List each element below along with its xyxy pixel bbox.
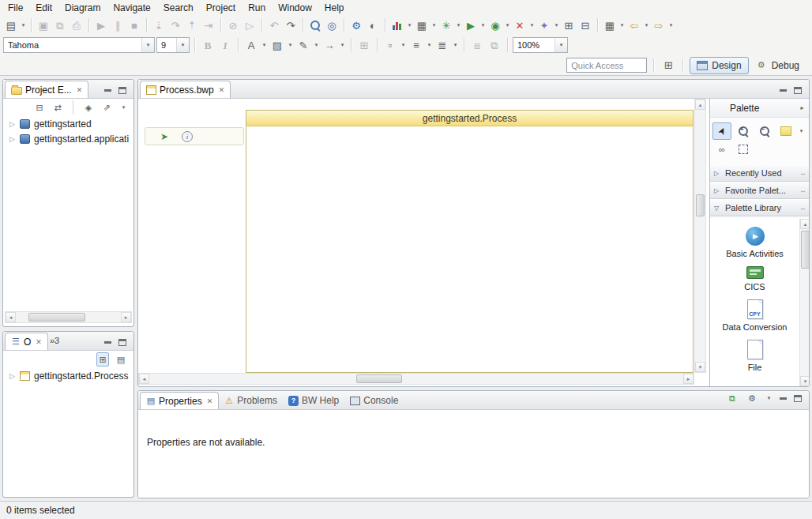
menu-search[interactable]: Search	[157, 1, 200, 15]
scroll-right-icon[interactable]: ▸	[683, 374, 694, 384]
back-dropdown-icon[interactable]: ▾	[643, 18, 650, 32]
fill-color-dropdown-icon[interactable]: ▾	[287, 38, 294, 52]
wand-dropdown-icon[interactable]: ▾	[553, 18, 560, 32]
table-remove-icon[interactable]: ⊟	[579, 18, 592, 32]
palette-item-basic-activities[interactable]: ▶ Basic Activities	[726, 222, 784, 261]
bold-icon[interactable]: B	[201, 38, 214, 52]
gear-icon[interactable]: ⚙	[350, 18, 363, 32]
terminate-dropdown-icon[interactable]: ▾	[528, 18, 536, 32]
scroll-left-icon[interactable]: ◂	[6, 312, 16, 322]
palette-item-cics[interactable]: CICS	[744, 261, 765, 295]
tree-row[interactable]: ▷ gettingstarted.applicati	[3, 131, 133, 146]
view-menu-icon[interactable]: ▾	[765, 391, 773, 405]
redo-icon[interactable]: ↷	[284, 18, 297, 32]
drawer-favorite-palettes[interactable]: ▷ Favorite Palet... ↔	[710, 182, 810, 199]
debug-perspective-button[interactable]: ⚙ Debug	[749, 57, 806, 74]
distribute-dropdown-icon[interactable]: ▾	[452, 38, 459, 52]
italic-icon[interactable]: I	[219, 38, 231, 52]
arrow-style-dropdown-icon[interactable]: ▾	[339, 38, 346, 52]
tree-row[interactable]: ▷ gettingstarted	[3, 116, 133, 131]
fill-color-icon[interactable]: ▨	[271, 38, 284, 52]
terminate-launch-icon[interactable]: ✕	[513, 18, 526, 32]
palette-item-file[interactable]: File	[747, 335, 763, 375]
palette-vscrollbar[interactable]: ▴ ▾	[799, 219, 810, 386]
tab-outline[interactable]: ☰ O ✕	[5, 333, 48, 350]
chart-icon[interactable]	[389, 17, 405, 33]
run-dropdown-icon[interactable]: ▾	[479, 18, 487, 32]
arrow-style-icon[interactable]: →	[323, 38, 336, 52]
note-tool[interactable]	[776, 122, 795, 140]
maximize-icon[interactable]	[794, 87, 802, 94]
resume-all-icon[interactable]: ▷	[243, 18, 256, 32]
view-menu-icon[interactable]: ▾	[120, 100, 127, 115]
wand-icon[interactable]: ✦	[538, 18, 551, 32]
tab-problems[interactable]: ⚠ Problems	[219, 392, 283, 409]
font-size-dropdown-icon[interactable]: ▾	[176, 38, 189, 52]
font-size-select[interactable]: 9 ▾	[156, 37, 190, 53]
scroll-down-icon[interactable]: ▾	[800, 376, 810, 386]
select-tool[interactable]: ➤	[712, 122, 731, 140]
menu-edit[interactable]: Edit	[29, 1, 58, 15]
menu-run[interactable]: Run	[242, 1, 272, 15]
close-icon[interactable]: ✕	[207, 397, 213, 405]
tree-mode-icon[interactable]: ⊞	[96, 352, 109, 367]
drawer-pin-icon[interactable]: ↔	[799, 186, 806, 194]
close-icon[interactable]: ✕	[219, 86, 225, 94]
print-icon[interactable]: ⎙	[70, 18, 83, 32]
scrollbar-thumb[interactable]	[356, 374, 402, 383]
collapse-all-icon[interactable]: ⊟	[33, 100, 46, 115]
drawer-palette-library[interactable]: ▽ Palette Library ↔	[710, 199, 810, 216]
project-explorer-hscrollbar[interactable]: ◂ ▸	[5, 311, 132, 323]
palette-collapse-icon[interactable]: ▸	[799, 101, 806, 115]
view-settings-icon[interactable]: ⚙	[746, 391, 758, 405]
new-shortcut-icon[interactable]: ✳	[440, 18, 453, 32]
group-icon[interactable]: ⧈	[471, 38, 483, 52]
step-return-icon[interactable]: ⇡	[186, 18, 198, 32]
snap-grid-icon[interactable]: ▫	[384, 38, 397, 52]
scrollbar-track[interactable]	[16, 312, 121, 322]
canvas-vscrollbar[interactable]: ▴ ▾	[694, 99, 706, 373]
resume-icon[interactable]: ▶	[95, 18, 107, 32]
table-add-icon[interactable]: ⊞	[562, 18, 575, 32]
scroll-right-icon[interactable]: ▸	[121, 312, 131, 322]
minimize-icon[interactable]	[104, 89, 111, 92]
debug-dropdown-icon[interactable]: ▾	[504, 18, 511, 32]
minimize-icon[interactable]	[780, 89, 787, 92]
open-element-icon[interactable]: ◎	[325, 18, 338, 32]
new-shortcut-dropdown-icon[interactable]: ▾	[455, 18, 462, 32]
scrollbar-thumb[interactable]	[801, 231, 810, 269]
process-pool[interactable]: gettingstarted.Process	[246, 110, 694, 373]
process-pool-header[interactable]: gettingstarted.Process	[246, 111, 693, 126]
ungroup-icon[interactable]: ⧉	[488, 38, 501, 52]
tab-bw-help[interactable]: ? BW Help	[283, 392, 344, 409]
maximize-icon[interactable]	[118, 339, 126, 346]
process-canvas[interactable]: ➤ i gettingstarted.Process	[138, 99, 694, 373]
debug-button-icon[interactable]: ◉	[489, 18, 502, 32]
new-wizard-icon[interactable]: ▤	[5, 18, 17, 32]
font-color-dropdown-icon[interactable]: ▾	[261, 38, 268, 52]
link-with-editor-icon[interactable]: ⇄	[51, 100, 64, 115]
info-icon[interactable]: i	[182, 131, 193, 142]
canvas-hscrollbar[interactable]: ◂ ▸	[138, 373, 694, 385]
menu-help[interactable]: Help	[318, 1, 351, 15]
scroll-up-icon[interactable]: ▴	[800, 219, 810, 229]
scrollbar-track[interactable]	[149, 374, 683, 384]
snap-grid-dropdown-icon[interactable]: ▾	[400, 38, 407, 52]
layout-dropdown-icon[interactable]: ▾	[430, 18, 438, 32]
drawer-pin-icon[interactable]: ↔	[799, 169, 806, 177]
drawer-pin-icon[interactable]: ↔	[799, 204, 806, 212]
tree-row[interactable]: ▷ gettingstarted.Process	[3, 368, 133, 383]
run-to-line-icon[interactable]: ⇥	[202, 18, 215, 32]
detach-icon[interactable]: ⧉	[726, 391, 739, 405]
step-over-icon[interactable]: ↷	[169, 18, 182, 32]
scroll-down-icon[interactable]: ▾	[695, 362, 705, 372]
zoom-in-tool[interactable]: +	[734, 122, 753, 140]
link-tool[interactable]: ∞	[712, 141, 731, 158]
terminate-icon[interactable]: ■	[128, 18, 141, 32]
menu-navigate[interactable]: Navigate	[107, 1, 156, 15]
minimize-icon[interactable]	[104, 341, 111, 344]
zoom-select[interactable]: 100% ▾	[513, 37, 568, 53]
tab-overflow-chevron[interactable]: »3	[48, 336, 64, 347]
grid-view-icon[interactable]: ▦	[603, 18, 616, 32]
open-perspective-icon[interactable]: ⊞	[662, 58, 675, 73]
